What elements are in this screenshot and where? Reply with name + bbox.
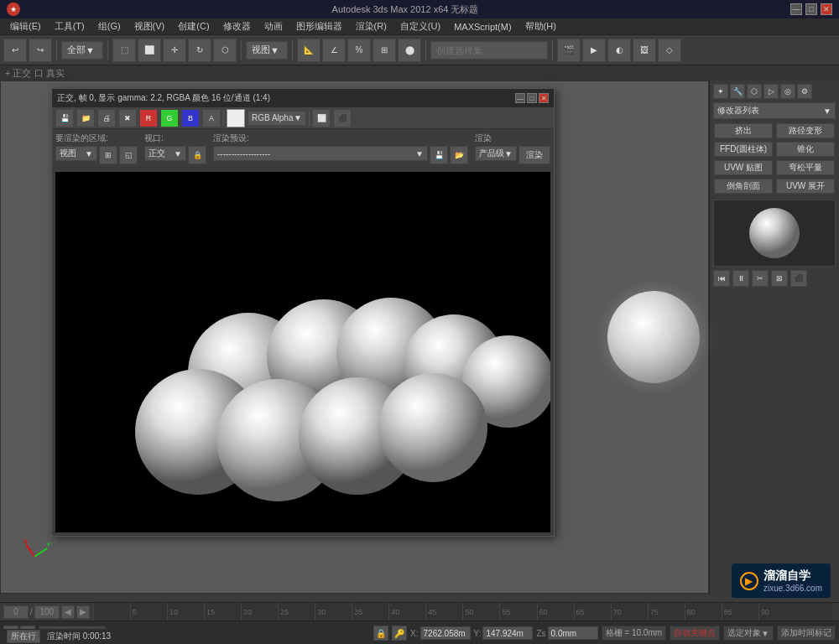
menu-render[interactable]: 渲染(R) <box>349 18 393 34</box>
menu-animation[interactable]: 动画 <box>258 18 289 34</box>
rp-icon-utilities[interactable]: ⚙ <box>797 84 812 99</box>
separator <box>56 40 57 60</box>
move-button[interactable]: ✛ <box>163 39 186 62</box>
mark-70: 70 <box>611 603 622 621</box>
panel-icon-1[interactable]: ⏮ <box>713 270 730 287</box>
btn-bevel-profile[interactable]: 倒角剖面 <box>714 179 773 194</box>
total-frame-display: 100 <box>34 605 60 619</box>
render-dialog-close[interactable]: ✕ <box>539 93 549 103</box>
rp-icon-modify[interactable]: 🔧 <box>730 84 745 99</box>
filter-dropdown[interactable]: 全部 ▼ <box>61 41 103 60</box>
rp-icon-display[interactable]: ◎ <box>780 84 795 99</box>
view-dropdown[interactable]: 视图 ▼ <box>246 41 288 60</box>
render-dialog: 正交, 帧 0, 显示 gamma: 2.2, RGBA 颜色 16 位/通道 … <box>51 88 555 537</box>
preset-save-btn[interactable]: 💾 <box>430 146 448 164</box>
render-scene-svg <box>55 172 550 532</box>
edit-named-button[interactable]: ⬤ <box>398 39 421 62</box>
area-icon1[interactable]: ⊞ <box>99 146 117 164</box>
rd-alpha-btn[interactable]: A <box>202 109 221 127</box>
close-button[interactable]: ✕ <box>821 3 832 15</box>
panel-icon-3[interactable]: ✂ <box>752 270 769 287</box>
next-frame-btn[interactable]: ▶ <box>76 605 90 619</box>
percent-button[interactable]: % <box>347 39 371 62</box>
select-region-button[interactable]: ⬜ <box>138 39 161 62</box>
menu-customize[interactable]: 自定义(U) <box>393 18 447 34</box>
btn-uvw-xform[interactable]: UVW 展开 <box>776 179 835 194</box>
spinner-snap-button[interactable]: ⊞ <box>373 39 396 62</box>
rd-channel-dropdown[interactable]: RGB Alpha ▼ <box>248 111 306 126</box>
area-icon2[interactable]: ◱ <box>119 146 138 164</box>
search-input[interactable] <box>430 41 548 60</box>
menu-graph-editor[interactable]: 图形编辑器 <box>289 18 349 34</box>
quick-render-button[interactable]: ▶ <box>582 39 606 62</box>
key-btn[interactable]: 🔑 <box>392 626 407 641</box>
render-button[interactable]: 渲染 <box>519 146 550 164</box>
select-button[interactable]: ⬚ <box>112 39 136 62</box>
material-editor-button[interactable]: ◇ <box>658 39 681 62</box>
panel-icon-5[interactable]: ⬛ <box>790 270 807 287</box>
rp-icon-hierarchy[interactable]: ⬡ <box>747 84 762 99</box>
rd-rgb-btn[interactable]: R <box>139 109 158 127</box>
rd-open-btn[interactable]: 📁 <box>76 109 95 127</box>
panel-icon-4[interactable]: ⊠ <box>771 270 788 287</box>
rd-b-btn[interactable]: B <box>181 109 200 127</box>
menu-view[interactable]: 视图(V) <box>128 18 172 34</box>
prev-frame-btn[interactable]: ◀ <box>61 605 75 619</box>
btn-path-deform[interactable]: 路径变形 <box>776 123 835 138</box>
rotate-button[interactable]: ↻ <box>188 39 211 62</box>
modifier-preview-box <box>713 200 836 267</box>
rd-save-btn[interactable]: 💾 <box>55 109 74 127</box>
preset-load-btn[interactable]: 📂 <box>450 146 468 164</box>
rd-white-swatch[interactable] <box>227 109 245 127</box>
angle-snap-button[interactable]: ∠ <box>322 39 346 62</box>
render-dialog-titlebar[interactable]: 正交, 帧 0, 显示 gamma: 2.2, RGBA 颜色 16 位/通道 … <box>52 89 554 107</box>
render-dialog-maximize[interactable]: □ <box>527 93 537 103</box>
menu-maxscript[interactable]: MAXScript(M) <box>447 18 518 34</box>
modifier-list-dropdown[interactable]: 修改器列表 ▼ <box>713 102 836 119</box>
menu-help[interactable]: 帮助(H) <box>519 18 563 34</box>
btn-ffd-cyl[interactable]: FFD(圆柱体) <box>714 142 773 157</box>
render-scene-button[interactable]: 🎬 <box>557 39 581 62</box>
key-filter-dropdown[interactable]: 选定对象 ▼ <box>723 626 774 641</box>
menu-group[interactable]: 组(G) <box>91 18 128 34</box>
snap-button[interactable]: 📐 <box>297 39 320 62</box>
maximize-button[interactable]: □ <box>805 3 817 15</box>
watermark: ▶ 溜溜自学 zixue.3d66.com <box>732 564 831 598</box>
auto-key-btn[interactable]: 自动关键点 <box>670 626 720 641</box>
rd-clear-btn[interactable]: ✖ <box>118 109 137 127</box>
btn-uvw-map[interactable]: UVW 贴图 <box>714 160 773 175</box>
scale-button[interactable]: ⬡ <box>213 39 237 62</box>
viewport-dropdown[interactable]: 正交 ▼ <box>144 146 186 161</box>
state-btn[interactable]: 所在行 <box>7 630 40 643</box>
menu-edit[interactable]: 编辑(E) <box>3 18 48 34</box>
area-dropdown[interactable]: 视图 ▼ <box>55 146 97 161</box>
menu-tools[interactable]: 工具(T) <box>48 18 91 34</box>
lock-icon[interactable]: 🔒 <box>188 146 206 164</box>
activeshade-button[interactable]: ◐ <box>607 39 631 62</box>
render-dialog-minimize[interactable]: — <box>515 93 525 103</box>
rp-icon-motion[interactable]: ▷ <box>763 84 779 99</box>
undo-button[interactable]: ↩ <box>3 39 27 62</box>
lock-btn[interactable]: 🔒 <box>373 626 388 641</box>
rd-view2-btn[interactable]: ⬛ <box>333 109 352 127</box>
timeline-ruler[interactable]: 5 10 15 20 25 30 35 40 45 50 55 60 65 70… <box>93 603 832 621</box>
btn-taper[interactable]: 锥化 <box>776 142 835 157</box>
watermark-content: 溜溜自学 zixue.3d66.com <box>763 569 822 593</box>
quality-dropdown[interactable]: 产品级 ▼ <box>475 146 517 161</box>
menu-modifier[interactable]: 修改器 <box>216 18 258 34</box>
preset-dropdown[interactable]: ------------------- ▼ <box>213 146 428 161</box>
panel-icon-2[interactable]: ⏸ <box>732 270 749 287</box>
rd-print-btn[interactable]: 🖨 <box>97 109 116 127</box>
x-value: 7262.058m <box>420 626 471 640</box>
render-to-texture-button[interactable]: 🖼 <box>633 39 656 62</box>
rp-icon-create[interactable]: ✦ <box>713 84 728 99</box>
add-key-btn[interactable]: 添加时间标记 <box>777 626 836 641</box>
rd-view1-btn[interactable]: ⬜ <box>312 109 331 127</box>
menu-create[interactable]: 创建(C) <box>171 18 216 34</box>
btn-relax[interactable]: 弯松平量 <box>776 160 835 175</box>
redo-button[interactable]: ↪ <box>29 39 52 62</box>
area-label-group: 要渲染的区域: 视图 ▼ ⊞ ◱ <box>55 132 138 164</box>
minimize-button[interactable]: — <box>790 3 802 15</box>
rd-g-btn[interactable]: G <box>160 109 179 127</box>
btn-extrude[interactable]: 挤出 <box>714 123 773 138</box>
